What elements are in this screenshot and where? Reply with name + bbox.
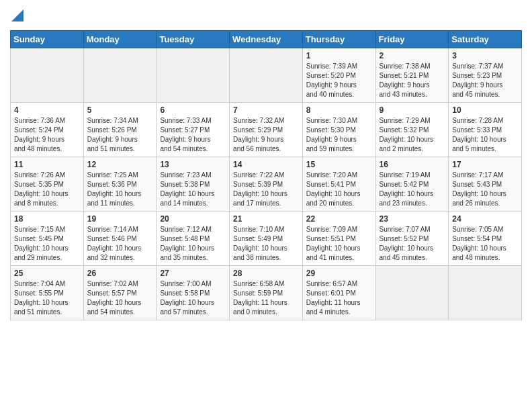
day-info: Sunrise: 7:23 AMSunset: 5:38 PMDaylight:…: [160, 171, 226, 208]
calendar-cell: 29Sunrise: 6:57 AMSunset: 6:01 PMDayligh…: [302, 265, 375, 320]
day-number: 25: [14, 269, 80, 278]
day-number: 23: [380, 214, 445, 224]
day-number: 20: [160, 214, 226, 224]
day-number: 17: [452, 160, 518, 169]
calendar-cell: 8Sunrise: 7:30 AMSunset: 5:30 PMDaylight…: [302, 102, 375, 156]
day-number: 28: [233, 269, 299, 278]
day-number: 5: [87, 105, 153, 115]
weekday-header-thursday: Thursday: [302, 30, 375, 48]
weekday-header-monday: Monday: [83, 30, 157, 48]
calendar-cell: 26Sunrise: 7:02 AMSunset: 5:57 PMDayligh…: [83, 265, 157, 320]
calendar-cell: 2Sunrise: 7:38 AMSunset: 5:21 PMDaylight…: [375, 48, 449, 102]
day-info: Sunrise: 7:34 AMSunset: 5:26 PMDaylight:…: [87, 116, 153, 154]
day-info: Sunrise: 7:38 AMSunset: 5:21 PMDaylight:…: [380, 62, 445, 99]
calendar-cell: 23Sunrise: 7:07 AMSunset: 5:52 PMDayligh…: [375, 211, 449, 265]
calendar-cell: 19Sunrise: 7:14 AMSunset: 5:46 PMDayligh…: [83, 211, 157, 265]
day-info: Sunrise: 6:57 AMSunset: 6:01 PMDaylight:…: [306, 279, 372, 317]
calendar-cell: 11Sunrise: 7:26 AMSunset: 5:35 PMDayligh…: [11, 156, 84, 211]
weekday-header-wednesday: Wednesday: [230, 30, 303, 48]
calendar-cell: 12Sunrise: 7:25 AMSunset: 5:36 PMDayligh…: [83, 156, 157, 211]
day-number: 29: [306, 269, 372, 278]
day-number: 1: [306, 51, 372, 60]
day-number: 16: [380, 160, 445, 169]
day-number: 4: [14, 105, 80, 115]
calendar-cell: 21Sunrise: 7:10 AMSunset: 5:49 PMDayligh…: [230, 211, 303, 265]
calendar-cell: [83, 48, 157, 102]
week-row-1: 1Sunrise: 7:39 AMSunset: 5:20 PMDaylight…: [11, 48, 522, 102]
week-row-5: 25Sunrise: 7:04 AMSunset: 5:55 PMDayligh…: [11, 265, 522, 320]
calendar-cell: 25Sunrise: 7:04 AMSunset: 5:55 PMDayligh…: [11, 265, 84, 320]
day-number: 6: [160, 105, 226, 115]
day-info: Sunrise: 7:19 AMSunset: 5:42 PMDaylight:…: [380, 171, 445, 208]
calendar-cell: 16Sunrise: 7:19 AMSunset: 5:42 PMDayligh…: [375, 156, 449, 211]
day-info: Sunrise: 7:32 AMSunset: 5:29 PMDaylight:…: [233, 116, 299, 154]
day-info: Sunrise: 7:15 AMSunset: 5:45 PMDaylight:…: [14, 225, 80, 263]
calendar-cell: [449, 265, 522, 320]
day-info: Sunrise: 7:37 AMSunset: 5:23 PMDaylight:…: [452, 62, 518, 99]
weekday-header-row: SundayMondayTuesdayWednesdayThursdayFrid…: [11, 30, 522, 48]
calendar-cell: 5Sunrise: 7:34 AMSunset: 5:26 PMDaylight…: [83, 102, 157, 156]
calendar-cell: [157, 48, 230, 102]
day-number: 11: [14, 160, 80, 169]
calendar-cell: 1Sunrise: 7:39 AMSunset: 5:20 PMDaylight…: [302, 48, 375, 102]
day-number: 12: [87, 160, 153, 169]
day-info: Sunrise: 7:20 AMSunset: 5:41 PMDaylight:…: [306, 171, 372, 208]
day-number: 22: [306, 214, 372, 224]
day-info: Sunrise: 7:12 AMSunset: 5:48 PMDaylight:…: [160, 225, 226, 263]
week-row-4: 18Sunrise: 7:15 AMSunset: 5:45 PMDayligh…: [11, 211, 522, 265]
calendar-cell: 20Sunrise: 7:12 AMSunset: 5:48 PMDayligh…: [157, 211, 230, 265]
main-container: SundayMondayTuesdayWednesdayThursdayFrid…: [0, 0, 532, 327]
week-row-2: 4Sunrise: 7:36 AMSunset: 5:24 PMDaylight…: [11, 102, 522, 156]
calendar-cell: 7Sunrise: 7:32 AMSunset: 5:29 PMDaylight…: [230, 102, 303, 156]
calendar-cell: 27Sunrise: 7:00 AMSunset: 5:58 PMDayligh…: [157, 265, 230, 320]
day-info: Sunrise: 6:58 AMSunset: 5:59 PMDaylight:…: [233, 279, 299, 317]
day-number: 26: [87, 269, 153, 278]
calendar-table: SundayMondayTuesdayWednesdayThursdayFrid…: [10, 30, 522, 320]
calendar-cell: 18Sunrise: 7:15 AMSunset: 5:45 PMDayligh…: [11, 211, 84, 265]
calendar-cell: 10Sunrise: 7:28 AMSunset: 5:33 PMDayligh…: [449, 102, 522, 156]
day-number: 10: [452, 105, 518, 115]
day-number: 13: [160, 160, 226, 169]
weekday-header-sunday: Sunday: [11, 30, 84, 48]
header: [10, 7, 522, 25]
day-info: Sunrise: 7:10 AMSunset: 5:49 PMDaylight:…: [233, 225, 299, 263]
weekday-header-saturday: Saturday: [449, 30, 522, 48]
day-number: 18: [14, 214, 80, 224]
calendar-cell: [11, 48, 84, 102]
day-info: Sunrise: 7:05 AMSunset: 5:54 PMDaylight:…: [452, 225, 518, 263]
calendar-cell: 9Sunrise: 7:29 AMSunset: 5:32 PMDaylight…: [375, 102, 449, 156]
weekday-header-tuesday: Tuesday: [157, 30, 230, 48]
logo-text: [10, 9, 24, 25]
day-info: Sunrise: 7:04 AMSunset: 5:55 PMDaylight:…: [14, 279, 80, 317]
calendar-cell: 24Sunrise: 7:05 AMSunset: 5:54 PMDayligh…: [449, 211, 522, 265]
day-number: 15: [306, 160, 372, 169]
weekday-header-friday: Friday: [375, 30, 449, 48]
svg-marker-0: [11, 9, 24, 21]
calendar-cell: [375, 265, 449, 320]
day-info: Sunrise: 7:39 AMSunset: 5:20 PMDaylight:…: [306, 62, 372, 99]
day-info: Sunrise: 7:29 AMSunset: 5:32 PMDaylight:…: [380, 116, 445, 154]
calendar-cell: 14Sunrise: 7:22 AMSunset: 5:39 PMDayligh…: [230, 156, 303, 211]
week-row-3: 11Sunrise: 7:26 AMSunset: 5:35 PMDayligh…: [11, 156, 522, 211]
calendar-cell: 13Sunrise: 7:23 AMSunset: 5:38 PMDayligh…: [157, 156, 230, 211]
day-info: Sunrise: 7:25 AMSunset: 5:36 PMDaylight:…: [87, 171, 153, 208]
calendar-cell: 6Sunrise: 7:33 AMSunset: 5:27 PMDaylight…: [157, 102, 230, 156]
day-info: Sunrise: 7:00 AMSunset: 5:58 PMDaylight:…: [160, 279, 226, 317]
day-info: Sunrise: 7:26 AMSunset: 5:35 PMDaylight:…: [14, 171, 80, 208]
day-info: Sunrise: 7:07 AMSunset: 5:52 PMDaylight:…: [380, 225, 445, 263]
calendar-cell: 4Sunrise: 7:36 AMSunset: 5:24 PMDaylight…: [11, 102, 84, 156]
day-info: Sunrise: 7:36 AMSunset: 5:24 PMDaylight:…: [14, 116, 80, 154]
calendar-cell: 22Sunrise: 7:09 AMSunset: 5:51 PMDayligh…: [302, 211, 375, 265]
day-number: 7: [233, 105, 299, 115]
day-number: 3: [452, 51, 518, 60]
day-info: Sunrise: 7:17 AMSunset: 5:43 PMDaylight:…: [452, 171, 518, 208]
day-number: 9: [380, 105, 445, 115]
day-number: 14: [233, 160, 299, 169]
logo: [10, 9, 24, 25]
day-number: 8: [306, 105, 372, 115]
logo-triangle-icon: [11, 9, 24, 21]
day-number: 2: [380, 51, 445, 60]
day-info: Sunrise: 7:14 AMSunset: 5:46 PMDaylight:…: [87, 225, 153, 263]
day-number: 24: [452, 214, 518, 224]
day-info: Sunrise: 7:28 AMSunset: 5:33 PMDaylight:…: [452, 116, 518, 154]
